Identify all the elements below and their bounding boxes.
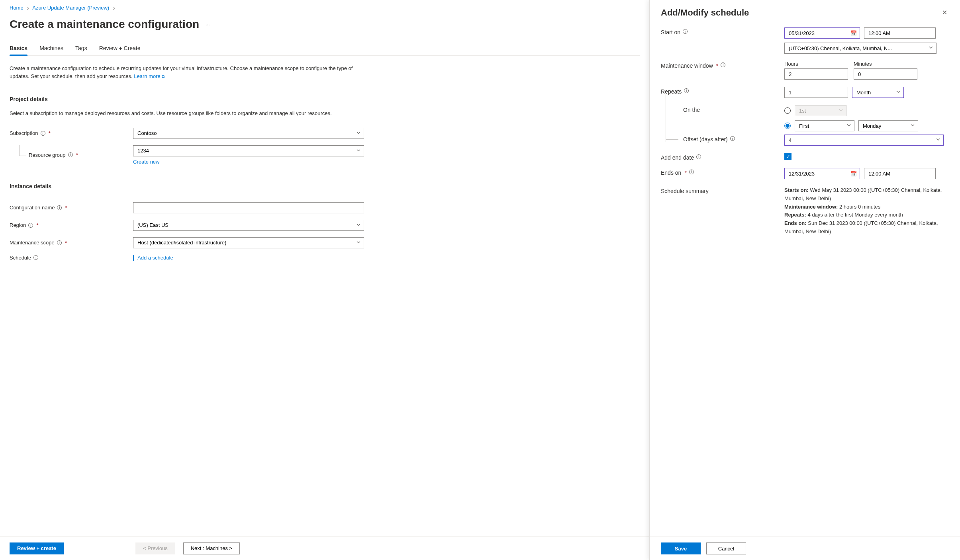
day-ordinal-select-disabled <box>795 105 846 116</box>
repeats-unit-select[interactable] <box>852 87 904 98</box>
subscription-select[interactable] <box>133 128 364 139</box>
info-icon[interactable]: i <box>721 62 725 67</box>
resource-group-select[interactable] <box>133 145 364 156</box>
repeats-label: Repeats i <box>661 87 784 98</box>
offset-label: Offset (days after) i <box>661 135 784 146</box>
next-button[interactable]: Next : Machines > <box>183 542 240 554</box>
scope-label: Maintenance scope i * <box>10 240 133 246</box>
schedule-summary-label: Schedule summary <box>661 186 784 236</box>
repeats-count-input[interactable] <box>784 87 848 98</box>
info-icon[interactable]: i <box>696 154 701 159</box>
tab-tags[interactable]: Tags <box>75 43 87 55</box>
tab-basics[interactable]: Basics <box>10 43 27 55</box>
on-the-day-radio[interactable] <box>784 107 791 114</box>
cancel-button[interactable]: Cancel <box>706 542 746 554</box>
hours-input[interactable] <box>784 68 848 80</box>
info-icon[interactable]: i <box>41 131 45 136</box>
page-title: Create a maintenance configuration <box>10 18 199 31</box>
info-icon[interactable]: i <box>730 136 735 141</box>
config-name-label: Configuration name i * <box>10 205 133 211</box>
add-end-date-checkbox[interactable]: ✓ <box>784 153 792 160</box>
breadcrumb-home[interactable]: Home <box>10 5 24 11</box>
info-icon[interactable]: i <box>689 170 694 174</box>
start-on-label: Start on i <box>661 27 784 54</box>
section-project-heading: Project details <box>10 96 640 102</box>
wizard-footer: Review + create < Previous Next : Machin… <box>0 536 649 560</box>
minutes-label: Minutes <box>854 61 917 67</box>
schedule-summary: Starts on: Wed May 31 2023 00:00 ((UTC+0… <box>784 186 944 236</box>
scope-select[interactable] <box>133 237 364 248</box>
offset-select[interactable] <box>784 135 944 146</box>
previous-button: < Previous <box>135 542 175 554</box>
review-create-button[interactable]: Review + create <box>10 542 64 554</box>
end-time-input[interactable] <box>864 168 936 179</box>
info-icon[interactable]: i <box>57 205 62 210</box>
section-instance-heading: Instance details <box>10 183 640 189</box>
timezone-select[interactable] <box>784 43 936 54</box>
panel-footer: Save Cancel <box>650 537 960 560</box>
subscription-label: Subscription i * <box>10 130 133 137</box>
learn-more-link[interactable]: Learn more⧉ <box>134 73 165 79</box>
close-icon[interactable]: ✕ <box>940 7 949 18</box>
tab-review[interactable]: Review + Create <box>99 43 141 55</box>
resource-group-label: Resource group i * <box>10 152 133 158</box>
more-icon[interactable]: ··· <box>206 21 210 27</box>
tab-machines[interactable]: Machines <box>39 43 63 55</box>
region-label: Region i * <box>10 222 133 228</box>
on-the-label: On the <box>661 105 784 131</box>
info-icon[interactable]: i <box>68 152 73 157</box>
add-schedule-link[interactable]: Add a schedule <box>133 255 173 261</box>
chevron-right-icon <box>26 5 29 11</box>
chevron-right-icon <box>112 5 116 11</box>
ends-on-label: Ends on * i <box>661 168 784 179</box>
info-icon[interactable]: i <box>28 223 33 228</box>
required-indicator: * <box>49 130 51 137</box>
end-date-input[interactable] <box>784 168 860 179</box>
add-end-date-label: Add end date i <box>661 153 784 161</box>
info-icon[interactable]: i <box>33 255 38 260</box>
region-select[interactable] <box>133 220 364 231</box>
info-icon[interactable]: i <box>683 29 688 34</box>
info-icon[interactable]: i <box>684 88 689 93</box>
required-indicator: * <box>684 170 686 176</box>
schedule-panel: Add/Modify schedule ✕ Start on i 📅 <box>649 0 960 560</box>
info-icon[interactable]: i <box>57 240 62 245</box>
section-project-desc: Select a subscription to manage deployed… <box>10 109 368 117</box>
on-the-weekday-radio[interactable] <box>784 123 791 129</box>
required-indicator: * <box>36 222 38 228</box>
start-date-input[interactable] <box>784 27 860 39</box>
maintenance-window-label: Maintenance window * i <box>661 61 784 80</box>
save-button[interactable]: Save <box>661 542 701 554</box>
panel-title: Add/Modify schedule <box>661 8 749 18</box>
weekday-select[interactable] <box>858 120 918 131</box>
required-indicator: * <box>716 62 718 69</box>
breadcrumb: Home Azure Update Manager (Preview) <box>10 5 640 11</box>
minutes-input[interactable] <box>854 68 917 80</box>
required-indicator: * <box>76 152 78 158</box>
config-name-input[interactable] <box>133 202 364 213</box>
required-indicator: * <box>65 240 67 246</box>
intro-text: Create a maintenance configuration to sc… <box>10 64 368 80</box>
tabs: Basics Machines Tags Review + Create <box>10 43 640 56</box>
start-time-input[interactable] <box>864 27 936 39</box>
breadcrumb-parent[interactable]: Azure Update Manager (Preview) <box>32 5 109 11</box>
external-link-icon: ⧉ <box>162 74 165 79</box>
required-indicator: * <box>65 205 67 211</box>
hours-label: Hours <box>784 61 848 67</box>
ordinal-select[interactable] <box>795 120 854 131</box>
create-new-rg-link[interactable]: Create new <box>133 159 159 165</box>
schedule-label: Schedule i <box>10 255 133 261</box>
